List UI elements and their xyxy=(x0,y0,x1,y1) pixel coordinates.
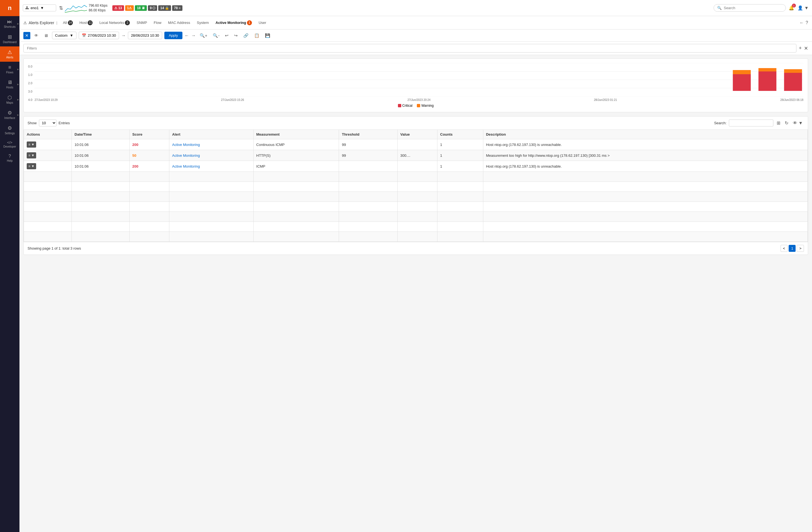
expand-icon: ▶ xyxy=(17,68,19,71)
interface-icon: ⚙ xyxy=(8,110,12,116)
date-from-input[interactable]: 📅 27/06/2023 10:30 xyxy=(79,32,119,39)
save-btn[interactable]: 💾 xyxy=(263,32,272,39)
sidebar-item-dashboard[interactable]: ⊞ Dashboard xyxy=(0,31,19,46)
cell-description: Measurement too high for http://www.ntop… xyxy=(483,150,808,161)
sidebar-item-hosts[interactable]: 🖥 Hosts ▶ xyxy=(0,77,19,92)
next-arrow[interactable]: → xyxy=(191,33,196,38)
data-table: Actions Date/Time Score Alert Measuremen… xyxy=(24,130,808,242)
active-mon-count-badge: 1 xyxy=(247,20,252,25)
alerts-explorer-label: Alerts Explorer xyxy=(29,20,54,25)
grid-view-btn[interactable]: ⊞ xyxy=(775,119,781,127)
cell-alert: Active Monitoring xyxy=(169,139,253,150)
sidebar-item-flows[interactable]: ≡ Flows ▶ xyxy=(0,62,19,77)
time-preset-select[interactable]: Custom ▼ xyxy=(52,32,76,39)
x-label-4: 28/Jun/2023 01:21 xyxy=(594,99,617,101)
entries-select[interactable]: 10 25 50 xyxy=(39,119,56,127)
nav-user[interactable]: User xyxy=(255,19,270,26)
sidebar-item-shortcuts[interactable]: ⏭ Shortcuts ▶ xyxy=(0,16,19,31)
sidebar-item-developer[interactable]: </> Developer xyxy=(0,137,19,151)
sidebar-item-settings[interactable]: ⚙ Settings xyxy=(0,122,19,137)
interface-selector[interactable]: 🖧 eno1 ▼ xyxy=(23,4,56,11)
col-threshold: Threshold xyxy=(339,130,397,139)
filter-add-button[interactable]: + xyxy=(799,45,802,51)
zoom-in-btn[interactable]: 🔍+ xyxy=(198,32,209,39)
apply-button[interactable]: Apply xyxy=(164,32,183,39)
search-input[interactable] xyxy=(724,6,780,10)
cell-measurement: Continuous ICMP xyxy=(253,139,339,150)
nav-system[interactable]: System xyxy=(193,19,212,26)
svg-rect-9 xyxy=(784,73,802,91)
time-filter-btn[interactable]: ✕ xyxy=(23,32,30,39)
nav-host[interactable]: Host11 xyxy=(76,19,96,27)
sidebar-item-help[interactable]: ? Help xyxy=(0,151,19,165)
search-box[interactable]: 🔍 xyxy=(713,4,786,12)
critical-color xyxy=(398,104,401,107)
alert-link-2[interactable]: Active Monitoring xyxy=(172,153,200,158)
maps-icon: ⬡ xyxy=(8,94,12,101)
prev-page-btn[interactable]: < xyxy=(781,245,788,252)
warning-icon: 1⚠ xyxy=(127,6,132,10)
help-icon: ? xyxy=(9,154,11,159)
alert-link-3[interactable]: Active Monitoring xyxy=(172,164,200,168)
user-icon[interactable]: 👤 ▼ xyxy=(798,5,809,11)
filter-input[interactable] xyxy=(23,44,796,53)
badge-alerts-warning[interactable]: 1⚠ xyxy=(125,5,134,11)
badge-flows-14[interactable]: 14 🔒 xyxy=(158,5,171,11)
notifications-icon[interactable]: 🔔 1 xyxy=(789,5,794,11)
sidebar-logo[interactable]: n xyxy=(0,0,19,16)
sidebar-item-maps[interactable]: ⬡ Maps ▶ xyxy=(0,92,19,107)
preset-label: Custom xyxy=(55,33,68,38)
prev-arrow[interactable]: ← xyxy=(185,33,189,38)
badge-alerts-critical[interactable]: ⚠ 13 xyxy=(112,5,124,11)
y-label-3: 3.0 xyxy=(28,90,32,93)
sidebar-item-interface[interactable]: ⚙ Interface ▶ xyxy=(0,107,19,122)
table-search-input[interactable] xyxy=(729,119,773,127)
table-row: ≡ ▼ 10:01:06 50 Active Monitoring HTTP(S… xyxy=(24,150,808,161)
col-value: Value xyxy=(397,130,437,139)
date-to-input[interactable]: 28/06/2023 10:30 xyxy=(128,32,162,39)
sidebar-item-alerts[interactable]: ⚠ Alerts xyxy=(0,46,19,62)
nav-flow[interactable]: Flow xyxy=(150,19,165,26)
refresh-btn[interactable]: ↻ xyxy=(784,119,789,127)
link-btn[interactable]: 🔗 xyxy=(242,32,250,39)
eye-btn[interactable]: 👁 xyxy=(32,32,40,39)
nav-mac-address[interactable]: MAC Address xyxy=(165,19,193,26)
hosts-icon: 🖥 xyxy=(7,79,12,85)
toolbar: ✕ 👁 🖥 Custom ▼ 📅 27/06/2023 10:30 → 28/0… xyxy=(19,29,812,42)
badge-flows-78[interactable]: 78 ≡ xyxy=(172,5,183,11)
cell-datetime: 10:01:06 xyxy=(72,139,130,150)
nav-local-networks[interactable]: Local Networks2 xyxy=(96,19,133,27)
critical-label: Critical xyxy=(402,104,413,107)
content-area: 4.0 3.0 2.0 1.0 0.0 xyxy=(19,55,812,532)
col-datetime: Date/Time xyxy=(72,130,130,139)
zoom-out-btn[interactable]: 🔍- xyxy=(211,32,221,39)
logo-text: n xyxy=(8,4,11,12)
header-row: Actions Date/Time Score Alert Measuremen… xyxy=(24,130,808,139)
copy-btn[interactable]: 📋 xyxy=(252,32,261,39)
y-label-2: 2.0 xyxy=(28,82,32,85)
redo-btn[interactable]: ↪ xyxy=(232,32,240,39)
nav-active-monitoring[interactable]: Active Monitoring1 xyxy=(212,19,255,27)
table-row-empty xyxy=(24,192,808,202)
nav-snmp[interactable]: SNMP xyxy=(133,19,150,26)
nav-all[interactable]: All14 xyxy=(59,19,76,27)
table-row-empty xyxy=(24,182,808,192)
expand-icon: ▶ xyxy=(17,83,19,86)
help-circle-icon[interactable]: ? xyxy=(806,20,808,25)
undo-btn[interactable]: ↩ xyxy=(223,32,230,39)
back-arrow[interactable]: ← xyxy=(799,20,804,25)
table-container: Show 10 25 50 Entries Search: ⊞ ↻ 👁 ▼ xyxy=(23,116,808,255)
alert-link-1[interactable]: Active Monitoring xyxy=(172,143,200,147)
current-page-btn[interactable]: 1 xyxy=(789,245,796,252)
filter-close-button[interactable]: ✕ xyxy=(804,45,808,51)
eye-view-btn[interactable]: 👁 ▼ xyxy=(792,119,804,127)
dashboard-icon: ⊞ xyxy=(8,34,12,40)
action-button-1[interactable]: ≡ ▼ xyxy=(27,142,36,148)
next-page-btn[interactable]: > xyxy=(797,245,804,252)
warning-label: Warning xyxy=(421,104,434,107)
monitor-btn[interactable]: 🖥 xyxy=(42,32,50,39)
badge-hosts[interactable]: 18 🖥 xyxy=(135,5,147,11)
action-button-2[interactable]: ≡ ▼ xyxy=(27,152,36,159)
badge-flows-9[interactable]: 9 ⬡ xyxy=(148,5,157,11)
action-button-3[interactable]: ≡ ▼ xyxy=(27,163,36,169)
